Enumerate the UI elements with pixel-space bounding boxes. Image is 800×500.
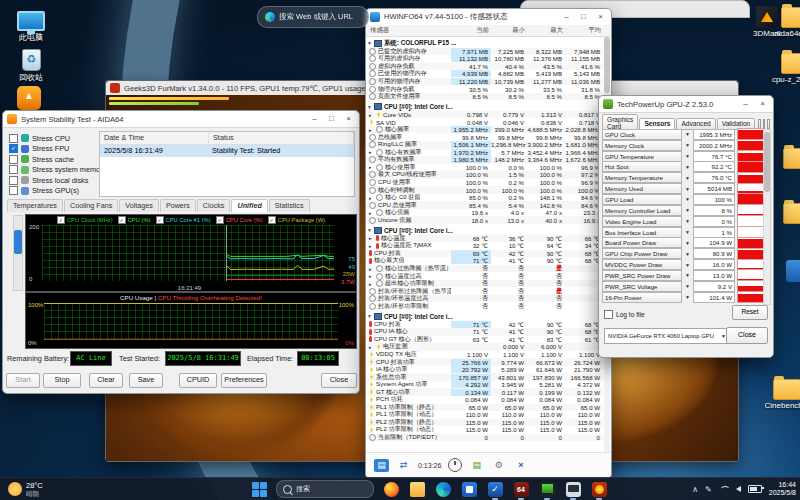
desktop-icon-folder-icon[interactable]	[774, 200, 800, 224]
column-3[interactable]: 最大	[528, 26, 566, 35]
taskbar-search[interactable]: 搜索	[276, 480, 374, 498]
collapse-triangle-icon[interactable]: ▼	[367, 313, 372, 319]
collapse-triangle-icon[interactable]: ▼	[367, 227, 372, 233]
aida64-titlebar[interactable]: System Stability Test - AIDA64 – □ ×	[3, 111, 359, 128]
collapse-triangle-icon[interactable]: ▼	[367, 104, 372, 110]
column-4[interactable]: 平均	[566, 26, 604, 35]
log-column-header[interactable]: Status	[209, 132, 354, 144]
gpuz-sensor-row[interactable]: Memory Used▼5014 MB	[602, 183, 764, 194]
gpuz-titlebar[interactable]: TechPowerUp GPU-Z 2.53.0 – ×	[599, 96, 773, 113]
close-icon[interactable]: ×	[594, 11, 607, 23]
pin-icon[interactable]	[763, 119, 766, 129]
column-0[interactable]: 传感器	[366, 26, 452, 35]
tab-cooling-fans[interactable]: Cooling Fans	[64, 199, 118, 212]
desktop-icon-aida64-desktop-icon[interactable]	[6, 85, 52, 110]
legend-checkbox[interactable]: ✓	[57, 216, 65, 224]
close-sensors-icon[interactable]: ×	[513, 459, 528, 472]
dropdown-arrow-icon[interactable]: ▼	[684, 153, 691, 159]
clock-widget[interactable]: 16:44 2025/5/8	[769, 481, 796, 497]
dropdown-arrow-icon[interactable]: ▼	[684, 251, 691, 257]
legend-item[interactable]: ✓CPU Clock (MHz)	[57, 216, 113, 224]
settings-gear-icon[interactable]: ⚙	[491, 459, 506, 472]
stress-item-stress-cache[interactable]: Stress cache	[9, 154, 97, 165]
tab-voltages[interactable]: Voltages	[119, 199, 159, 212]
gpuz-sensor-row[interactable]: 16-Pin Power▼101.4 W	[602, 292, 764, 303]
sensor-row[interactable]: 封装/环形功率限制否否否	[367, 302, 603, 310]
stress-checkbox[interactable]	[9, 155, 18, 164]
dropdown-arrow-icon[interactable]: ▼	[684, 131, 691, 137]
minimize-icon[interactable]: –	[308, 113, 321, 125]
weather-widget[interactable]: 28°C 晴朗	[0, 482, 51, 497]
stress-checkbox[interactable]	[9, 134, 18, 143]
maximize-icon[interactable]: □	[325, 113, 338, 125]
stress-checkbox[interactable]	[9, 165, 18, 174]
stress-item-stress-gpu-s-[interactable]: Stress GPU(s)	[9, 186, 97, 197]
slider-thumb[interactable]	[14, 230, 22, 254]
sensors-view-icon[interactable]: ▤	[374, 459, 389, 472]
gpuz-sensor-row[interactable]: Video Engine Load▼0 %	[602, 216, 764, 227]
desktop-icon-cpu-z_2.05...[interactable]: cpu-z_2.05...	[772, 50, 800, 84]
preferences-button[interactable]: Preferences	[221, 373, 267, 388]
scrollbar-thumb[interactable]	[764, 132, 770, 192]
stress-item-stress-cpu[interactable]: Stress CPU	[9, 133, 97, 144]
legend-checkbox[interactable]: ✓	[216, 216, 224, 224]
minimize-icon[interactable]: –	[560, 11, 573, 23]
stress-item-stress-fpu[interactable]: ✓Stress FPU	[9, 144, 97, 155]
clear-button[interactable]: Clear	[89, 373, 123, 388]
taskbar-app-firefox[interactable]	[380, 480, 402, 498]
stress-checkbox[interactable]	[9, 176, 18, 185]
gpuz-sensor-row[interactable]: Bus Interface Load▼1 %	[602, 227, 764, 238]
desktop-icon-app-icon[interactable]	[774, 258, 800, 282]
reset-button[interactable]: Reset	[732, 305, 768, 320]
menu-icon[interactable]	[767, 119, 770, 129]
dropdown-arrow-icon[interactable]: ▼	[684, 175, 691, 181]
sensor-column-headers[interactable]: 传感器当前最小最大平均	[366, 25, 611, 37]
gpuz-sensor-row[interactable]: GPU Clock▼1995.3 MHz	[602, 129, 764, 140]
sensor-row[interactable]: 当前限制（TDP/EDT）0000	[367, 434, 603, 442]
gpuz-sensor-row[interactable]: Memory Temperature▼76.0 °C	[602, 172, 764, 183]
chart-scale-slider[interactable]	[13, 215, 23, 291]
column-2[interactable]: 最小	[492, 26, 528, 35]
web-search-bar[interactable]: 搜索 Web 或键入 URL	[257, 6, 369, 28]
close-icon[interactable]: ×	[756, 98, 769, 110]
dropdown-arrow-icon[interactable]: ▼	[684, 262, 691, 268]
clock-icon[interactable]	[448, 458, 462, 472]
stop-button[interactable]: Stop	[43, 373, 81, 388]
expand-arrow-icon[interactable]: ▸	[369, 112, 374, 118]
tab-statistics[interactable]: Statistics	[269, 199, 310, 212]
tab-temperatures[interactable]: Temperatures	[7, 199, 63, 212]
start-button[interactable]	[248, 480, 270, 498]
dropdown-arrow-icon[interactable]: ▼	[684, 294, 691, 300]
desktop-icon-回收站[interactable]: 回收站	[8, 48, 54, 83]
legend-item[interactable]: ✓CPU Core (%)	[216, 216, 263, 224]
battery-icon[interactable]	[748, 485, 762, 493]
save-button[interactable]: Save	[129, 373, 163, 388]
gpuz-sensor-row[interactable]: Hot Spot▼92.2 °C	[602, 162, 764, 173]
legend-checkbox[interactable]: ✓	[118, 216, 126, 224]
dropdown-arrow-icon[interactable]: ▼	[684, 186, 691, 192]
gpuz-sensor-row[interactable]: GPU Chip Power Draw▼80.9 W	[602, 248, 764, 259]
gpu-device-dropdown[interactable]: NVIDIA GeForce RTX 4060 Laptop GPU ▼	[604, 328, 730, 344]
maximize-icon[interactable]: □	[577, 11, 590, 23]
dropdown-arrow-icon[interactable]: ▼	[684, 196, 691, 202]
sensor-row[interactable]: ▸Core VIDs0.798 V0.779 V1.313 V0.817 V	[367, 111, 603, 119]
gpuz-sensor-row[interactable]: Board Power Draw▼104.9 W	[602, 237, 764, 248]
gpuz-sensor-row[interactable]: MVDDC Power Draw▼16.0 W	[602, 259, 764, 270]
collapse-triangle-icon[interactable]: ▼	[367, 40, 372, 46]
taskbar-app-edge[interactable]	[432, 480, 454, 498]
taskbar-app-check[interactable]: ✓	[484, 480, 506, 498]
stress-checkbox[interactable]	[9, 186, 18, 195]
log-column-header[interactable]: Date & Time	[100, 132, 209, 144]
legend-item[interactable]: ✓CPU (%)	[118, 216, 151, 224]
camera-icon[interactable]	[758, 119, 761, 129]
sync-icon[interactable]: ⇄	[396, 459, 411, 472]
close-icon[interactable]: ×	[342, 113, 355, 125]
gpuz-sensor-row[interactable]: PWR_SRC Voltage▼9.2 V	[602, 281, 764, 292]
tab-sensors[interactable]: Sensors	[639, 118, 675, 130]
desktop-icon-此电脑[interactable]: 此电脑	[8, 8, 54, 43]
gpuz-sensor-row[interactable]: PWR_SRC Power Draw▼13.0 W	[602, 270, 764, 281]
taskbar-app-store[interactable]	[458, 480, 480, 498]
pen-icon[interactable]: ✎	[705, 485, 712, 494]
sensor-row[interactable]: Uncore 倍频18.0 x13.0 x40.0 x16.9 x	[367, 216, 603, 224]
sensor-row[interactable]: 页面文件使用率8.5 %8.5 %8.5 %8.5 %	[367, 93, 603, 101]
